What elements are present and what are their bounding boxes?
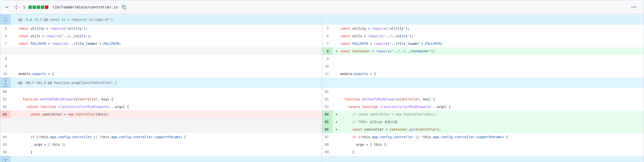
line-number[interactable]: 85 bbox=[0, 141, 11, 148]
placeholder-cell bbox=[0, 126, 322, 133]
line-number[interactable]: 88 bbox=[322, 141, 332, 148]
line-number[interactable]: 83 bbox=[322, 103, 332, 110]
code-token: Controller bbox=[400, 97, 419, 101]
diff-row: 82 return function classControllerMiddle… bbox=[0, 103, 644, 110]
line-number[interactable]: 86 bbox=[0, 148, 11, 156]
line-code: module.exports = { bbox=[340, 70, 376, 78]
expand-all-hunks-button[interactable] bbox=[13, 4, 20, 11]
line-number[interactable]: 81 bbox=[322, 88, 332, 95]
line-number[interactable]: 8 bbox=[0, 55, 11, 63]
right-pane: 6const utils = require('../../utils'); bbox=[322, 32, 644, 40]
line-number[interactable]: 81 bbox=[0, 95, 11, 103]
line-number[interactable]: 11 bbox=[322, 70, 332, 78]
hunk-expander-gutter bbox=[0, 14, 11, 25]
line-number[interactable]: 85 bbox=[322, 118, 332, 126]
line-number[interactable]: 89 bbox=[322, 148, 332, 156]
code-token bbox=[340, 128, 352, 131]
code-token: const bbox=[340, 27, 350, 30]
line-number[interactable]: 8 bbox=[322, 47, 332, 55]
line-number[interactable]: 83 bbox=[0, 110, 11, 118]
diff-row: 86+ const controller = Container.get(Con… bbox=[0, 126, 644, 133]
code-token: } bbox=[18, 150, 32, 154]
file-options-button[interactable] bbox=[630, 3, 638, 11]
deletion-marker: - bbox=[14, 110, 16, 118]
code-token: = bbox=[42, 34, 44, 38]
right-pane: 84+ // const controller = new Controller… bbox=[322, 110, 644, 118]
left-line: 9 bbox=[0, 63, 322, 70]
code-token: utility bbox=[350, 27, 368, 30]
line-number[interactable]: 87 bbox=[322, 133, 332, 141]
right-pane: 10 bbox=[322, 63, 644, 70]
left-pane: 81 function methodToMiddleware(Controlle… bbox=[0, 95, 322, 103]
line-number[interactable]: 7 bbox=[322, 40, 332, 47]
expand-up-button[interactable] bbox=[0, 14, 11, 25]
file-header: 5 lib/loader/mixin/controller.js bbox=[0, 0, 644, 14]
line-code-cell: const utility = require('utility'); bbox=[11, 25, 322, 32]
left-pane: 9 bbox=[0, 63, 322, 70]
collapse-file-button[interactable] bbox=[4, 4, 10, 11]
line-number[interactable]: 6 bbox=[322, 32, 332, 40]
line-number[interactable]: 9 bbox=[0, 63, 11, 70]
hunk-header-text: @@ -80,7 +81,9 @@ function wrapClass(Con… bbox=[18, 81, 117, 84]
expand-up-button[interactable] bbox=[0, 83, 11, 88]
line-number[interactable]: 9 bbox=[322, 55, 332, 63]
line-number[interactable]: 84 bbox=[322, 110, 332, 118]
code-token bbox=[18, 105, 26, 109]
right-line: 84+ // const controller = new Controller… bbox=[322, 110, 644, 118]
line-number[interactable]: 82 bbox=[322, 95, 332, 103]
code-token: app bbox=[433, 135, 439, 139]
line-number[interactable]: 82 bbox=[0, 103, 11, 110]
code-token: = bbox=[364, 34, 366, 38]
line-code-cell: const utils = require('../../utils'); bbox=[11, 32, 322, 40]
line-number[interactable]: 5 bbox=[0, 25, 11, 32]
line-number[interactable]: 10 bbox=[0, 70, 11, 78]
diff-row: 910 bbox=[0, 63, 644, 70]
code-token bbox=[340, 120, 352, 124]
expand-down-button[interactable] bbox=[0, 156, 11, 162]
code-token: controller bbox=[72, 135, 92, 139]
code-token: const bbox=[340, 34, 350, 38]
diff-row: 10module.exports = {11module.exports = { bbox=[0, 70, 644, 78]
code-token: FULLPATH bbox=[352, 42, 368, 45]
code-token: app bbox=[111, 135, 117, 139]
line-code: } bbox=[340, 148, 354, 156]
diff-row: 81 function methodToMiddleware(Controlle… bbox=[0, 95, 644, 103]
code-token: args bbox=[340, 143, 366, 146]
code-token: const bbox=[340, 49, 350, 53]
right-line: 85+ // TODO: 处理app 参数问题 bbox=[322, 118, 644, 126]
right-pane: 8+const Container = require('../../../co… bbox=[322, 47, 644, 55]
code-token: require bbox=[374, 42, 388, 45]
line-code: args = [ this ]; bbox=[340, 141, 388, 148]
left-pane bbox=[0, 47, 322, 55]
code-token: if bbox=[30, 135, 34, 139]
code-token: require bbox=[368, 34, 382, 38]
line-code: if (!this.app.config.controller || !this… bbox=[340, 133, 508, 141]
code-token: ( bbox=[76, 97, 78, 101]
code-token bbox=[340, 135, 352, 139]
diff-row: 89 bbox=[0, 55, 644, 63]
line-code: const utility = require('utility'); bbox=[18, 25, 88, 32]
code-token: ( bbox=[64, 27, 66, 30]
code-token: this. bbox=[40, 135, 50, 139]
code-token: ); bbox=[431, 49, 435, 53]
code-token: ). bbox=[99, 42, 103, 45]
copy-path-button[interactable] bbox=[121, 4, 127, 11]
code-token: . bbox=[56, 135, 58, 139]
line-code: function methodToMiddleware(Controller, … bbox=[340, 95, 435, 103]
code-token: . bbox=[152, 135, 154, 139]
code-token bbox=[98, 135, 99, 139]
code-token: 'utility' bbox=[66, 27, 84, 30]
line-number[interactable]: 80 bbox=[0, 88, 11, 95]
code-token: require bbox=[52, 42, 66, 45]
line-number[interactable]: 6 bbox=[0, 32, 11, 40]
line-code-cell: args = [ this ]; bbox=[332, 141, 644, 148]
line-number[interactable]: 5 bbox=[322, 25, 332, 32]
code-token: exports bbox=[32, 72, 46, 76]
line-number[interactable]: 86 bbox=[322, 126, 332, 133]
expand-down-button[interactable] bbox=[0, 78, 11, 83]
code-token bbox=[419, 135, 421, 139]
line-code: // TODO: 处理app 参数问题 bbox=[340, 118, 398, 126]
line-number[interactable]: 7 bbox=[0, 40, 11, 47]
line-number[interactable]: 10 bbox=[322, 63, 332, 70]
line-number[interactable]: 84 bbox=[0, 133, 11, 141]
